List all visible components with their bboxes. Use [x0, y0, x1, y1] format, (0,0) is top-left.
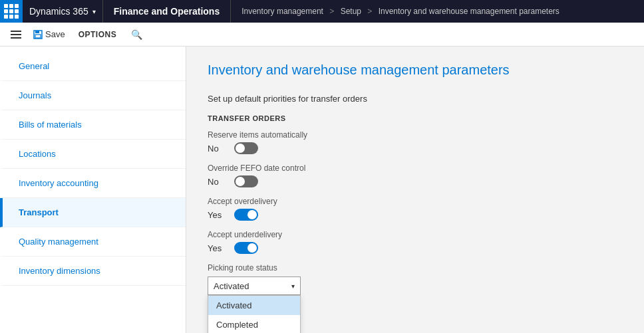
field-reserve-items-value: No [208, 144, 228, 154]
sidebar-item-inventory-accounting[interactable]: Inventory accounting [0, 169, 186, 198]
section-description: Set up default priorities for transfer o… [208, 94, 623, 104]
breadcrumb-sep-2: > [365, 7, 375, 16]
field-override-fefo: Override FEFO date control No [208, 164, 623, 187]
field-override-fefo-value: No [208, 177, 228, 187]
dynamics-caret-icon: ▾ [92, 8, 96, 15]
main-content: General Journals Bills of materials Loca… [0, 47, 644, 333]
sidebar-item-general[interactable]: General [0, 52, 186, 81]
page-title: Inventory and warehouse management param… [208, 62, 623, 78]
dropdown-option-activated[interactable]: Activated [208, 296, 300, 315]
search-button[interactable]: 🔍 [127, 25, 146, 44]
app-name: Finance and Operations [103, 0, 231, 23]
svg-rect-2 [35, 35, 41, 38]
toggle-accept-underdelivery[interactable] [234, 242, 258, 254]
toolbar: Save OPTIONS 🔍 [0, 23, 644, 47]
breadcrumb-item-2[interactable]: Setup [341, 7, 361, 16]
picking-route-select[interactable]: Activated ▾ [208, 277, 301, 295]
toggle-reserve-items[interactable] [234, 142, 258, 154]
sidebar-item-journals[interactable]: Journals [0, 81, 186, 110]
save-icon [33, 30, 43, 39]
field-accept-overdelivery-label: Accept overdelivery [208, 197, 623, 206]
sidebar-item-bills-of-materials[interactable]: Bills of materials [0, 110, 186, 140]
toggle-accept-overdelivery[interactable] [234, 209, 258, 221]
sidebar-item-quality-management[interactable]: Quality management [0, 227, 186, 257]
hamburger-button[interactable] [7, 25, 25, 44]
sidebar: General Journals Bills of materials Loca… [0, 47, 186, 333]
breadcrumb-item-1[interactable]: Inventory management [242, 7, 323, 16]
dropdown-caret-icon: ▾ [291, 282, 295, 290]
sidebar-item-transport[interactable]: Transport [0, 198, 186, 227]
content-area: Inventory and warehouse management param… [186, 47, 644, 333]
options-button[interactable]: OPTIONS [73, 27, 122, 42]
field-reserve-items: Reserve items automatically No [208, 130, 623, 154]
search-icon: 🔍 [131, 29, 142, 40]
breadcrumb-item-3: Inventory and warehouse management param… [379, 7, 560, 16]
picking-route-dropdown-container: Activated ▾ Activated Completed [208, 277, 301, 295]
section-heading: TRANSFER ORDERS [208, 114, 623, 122]
breadcrumb-sep-1: > [327, 7, 337, 16]
field-picking-route-status: Picking route status Activated ▾ Activat… [208, 263, 623, 295]
dropdown-option-completed[interactable]: Completed [208, 315, 300, 333]
picking-route-dropdown-menu: Activated Completed [208, 295, 301, 333]
field-accept-underdelivery-label: Accept underdelivery [208, 230, 623, 239]
field-accept-underdelivery-value: Yes [208, 243, 228, 253]
dynamics-logo[interactable]: Dynamics 365 ▾ [23, 0, 103, 23]
toggle-override-fefo[interactable] [234, 175, 258, 187]
picking-route-selected-value: Activated [214, 281, 249, 291]
save-button[interactable]: Save [28, 27, 71, 42]
field-accept-underdelivery: Accept underdelivery Yes [208, 230, 623, 254]
field-override-fefo-label: Override FEFO date control [208, 164, 623, 173]
picking-route-label: Picking route status [208, 263, 623, 273]
top-navigation: Dynamics 365 ▾ Finance and Operations In… [0, 0, 644, 23]
field-accept-overdelivery: Accept overdelivery Yes [208, 197, 623, 221]
svg-rect-1 [35, 31, 39, 33]
sidebar-item-locations[interactable]: Locations [0, 140, 186, 169]
breadcrumb: Inventory management > Setup > Inventory… [231, 7, 644, 16]
sidebar-item-inventory-dimensions[interactable]: Inventory dimensions [0, 257, 186, 286]
waffle-button[interactable] [0, 0, 23, 23]
field-reserve-items-label: Reserve items automatically [208, 130, 623, 140]
field-accept-overdelivery-value: Yes [208, 210, 228, 220]
